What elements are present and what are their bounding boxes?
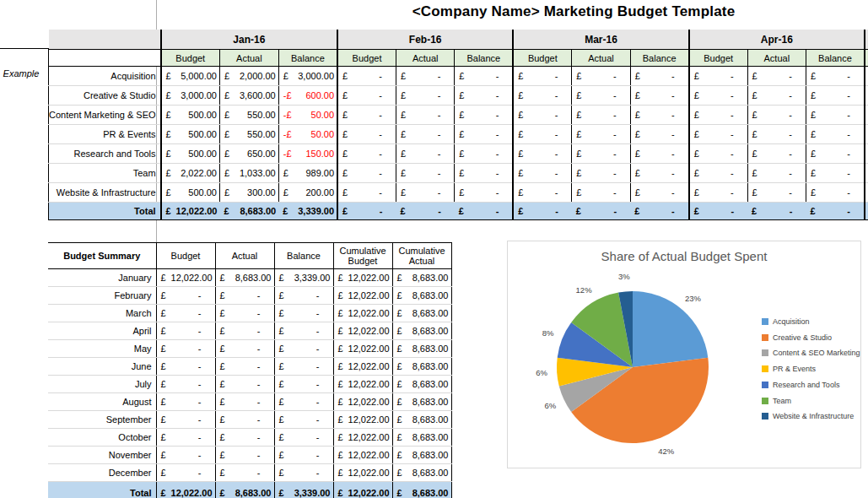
money-cell[interactable]: £12,022.00 <box>333 464 392 482</box>
money-cell[interactable]: £12,022.00 <box>333 482 392 498</box>
money-cell[interactable]: £- <box>747 86 806 106</box>
money-cell[interactable]: £- <box>215 429 274 447</box>
money-cell[interactable]: £5,000.00 <box>161 67 220 86</box>
money-cell[interactable]: £- <box>396 67 454 86</box>
money-cell[interactable]: £- <box>513 67 571 86</box>
money-cell[interactable]: £- <box>156 411 215 429</box>
money-cell[interactable]: £500.00 <box>161 106 220 125</box>
money-cell[interactable]: £8,683.00 <box>215 269 274 287</box>
month-label[interactable]: August <box>48 393 156 411</box>
summary-header-cell[interactable]: Cumulative Actual <box>392 243 451 269</box>
subheader-cell[interactable]: Balance <box>278 50 337 67</box>
money-cell[interactable]: -£150.00 <box>278 144 337 164</box>
month-label[interactable]: June <box>48 358 156 376</box>
money-cell[interactable]: £- <box>337 86 396 106</box>
money-cell[interactable]: £- <box>747 183 806 203</box>
money-cell[interactable]: £- <box>156 376 215 393</box>
money-cell[interactable]: £- <box>806 144 865 164</box>
money-cell[interactable]: £1,033.00 <box>219 164 278 183</box>
subheader-cell[interactable]: Budget <box>689 50 747 67</box>
row-label[interactable]: Research and Tools <box>49 144 161 164</box>
money-cell[interactable]: £- <box>396 203 454 220</box>
month-label[interactable]: December <box>48 464 156 482</box>
money-cell[interactable]: £- <box>572 164 630 183</box>
money-cell[interactable]: £- <box>630 67 689 86</box>
money-cell[interactable]: £- <box>337 183 396 203</box>
money-cell[interactable]: £- <box>156 358 215 376</box>
money-cell[interactable]: £- <box>689 67 747 86</box>
money-cell[interactable]: £12,022.00 <box>333 322 392 340</box>
money-cell[interactable]: £- <box>572 203 630 220</box>
money-cell[interactable]: £- <box>215 393 274 411</box>
month-label[interactable]: July <box>48 376 156 393</box>
money-cell[interactable]: £12,022.00 <box>333 447 392 464</box>
money-cell[interactable]: £- <box>630 106 689 125</box>
money-cell[interactable]: £- <box>747 203 806 220</box>
money-cell[interactable]: £- <box>513 164 571 183</box>
money-cell[interactable]: £- <box>337 67 396 86</box>
money-cell[interactable]: £- <box>747 164 806 183</box>
money-cell[interactable]: £- <box>337 125 396 144</box>
month-header-cell[interactable]: Mar-16 <box>513 30 688 50</box>
money-cell[interactable]: £- <box>396 164 454 183</box>
money-cell[interactable]: £- <box>215 340 274 358</box>
money-cell[interactable]: £- <box>215 287 274 305</box>
money-cell[interactable]: £12,022.00 <box>156 482 215 498</box>
money-cell[interactable]: £550.00 <box>219 106 278 125</box>
subheader-cell[interactable]: Actual <box>396 50 454 67</box>
money-cell[interactable]: £- <box>156 447 215 464</box>
money-cell[interactable]: £- <box>806 125 865 144</box>
money-cell[interactable]: £- <box>274 322 333 340</box>
money-cell[interactable]: £- <box>274 411 333 429</box>
money-cell[interactable]: -£50.00 <box>278 106 337 125</box>
money-cell[interactable]: £- <box>156 464 215 482</box>
money-cell[interactable]: £8,683.00 <box>392 411 451 429</box>
money-cell[interactable]: £- <box>689 144 747 164</box>
money-cell[interactable]: £- <box>337 144 396 164</box>
money-cell[interactable]: £- <box>274 447 333 464</box>
money-cell[interactable]: £- <box>455 203 514 220</box>
money-cell[interactable]: £500.00 <box>161 183 220 203</box>
money-cell[interactable]: £989.00 <box>278 164 337 183</box>
money-cell[interactable]: £- <box>337 164 396 183</box>
month-label[interactable]: September <box>48 411 156 429</box>
corner-cell[interactable] <box>49 30 161 50</box>
money-cell[interactable]: £8,683.00 <box>215 482 274 498</box>
money-cell[interactable]: £- <box>747 125 806 144</box>
money-cell[interactable]: £- <box>396 183 454 203</box>
money-cell[interactable]: £- <box>513 125 571 144</box>
money-cell[interactable]: £- <box>215 464 274 482</box>
money-cell[interactable]: £- <box>689 164 747 183</box>
money-cell[interactable]: £550.00 <box>219 125 278 144</box>
subheader-cell[interactable]: Budget <box>513 50 571 67</box>
money-cell[interactable]: £- <box>630 203 689 220</box>
money-cell[interactable]: £- <box>689 86 747 106</box>
month-label[interactable]: January <box>48 269 156 287</box>
total-label[interactable]: Total <box>48 482 156 498</box>
subheader-cell[interactable]: Budget <box>161 50 220 67</box>
money-cell[interactable]: £650.00 <box>219 144 278 164</box>
money-cell[interactable]: £- <box>572 86 630 106</box>
money-cell[interactable]: £12,022.00 <box>333 305 392 322</box>
money-cell[interactable]: £- <box>455 125 514 144</box>
money-cell[interactable]: £8,683.00 <box>392 287 451 305</box>
money-cell[interactable]: £2,022.00 <box>161 164 220 183</box>
money-cell[interactable]: £- <box>274 376 333 393</box>
subheader-cell[interactable]: Actual <box>747 50 806 67</box>
money-cell[interactable]: £- <box>747 144 806 164</box>
subheader-cell[interactable]: Actual <box>572 50 630 67</box>
money-cell[interactable]: -£600.00 <box>278 86 337 106</box>
money-cell[interactable]: £- <box>337 203 396 220</box>
money-cell[interactable]: £- <box>274 358 333 376</box>
money-cell[interactable]: £- <box>156 393 215 411</box>
money-cell[interactable]: £- <box>806 86 865 106</box>
money-cell[interactable]: £12,022.00 <box>333 358 392 376</box>
money-cell[interactable]: £12,022.00 <box>333 287 392 305</box>
money-cell[interactable]: £- <box>806 183 865 203</box>
pie-chart-panel[interactable]: Share of Actual Budget Spent 23%42%6%6%8… <box>507 241 861 468</box>
money-cell[interactable]: £12,022.00 <box>333 393 392 411</box>
money-cell[interactable]: £- <box>455 183 514 203</box>
money-cell[interactable]: £- <box>513 106 571 125</box>
subheader-cell[interactable]: Balance <box>630 50 689 67</box>
money-cell[interactable]: £- <box>806 67 865 86</box>
